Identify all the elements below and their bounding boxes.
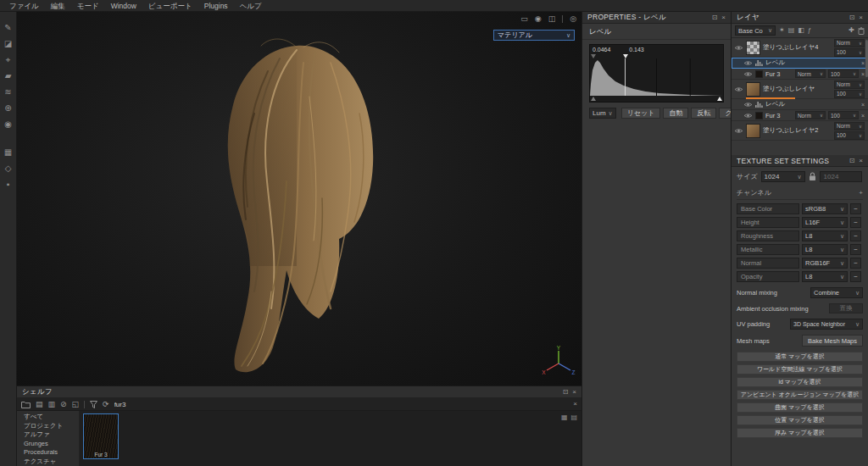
- channel-format-dropdown[interactable]: L8∨: [802, 244, 848, 255]
- visibility-eye-icon[interactable]: [743, 71, 753, 77]
- shelf-item-fur3[interactable]: Fur 3: [83, 413, 119, 459]
- fill-bucket-icon[interactable]: ◧: [798, 27, 804, 34]
- polygon-fill-tool-icon[interactable]: ▰: [5, 72, 12, 80]
- remove-channel-button[interactable]: −: [850, 244, 861, 255]
- environment-icon[interactable]: ◉: [535, 14, 542, 23]
- wand-icon[interactable]: ✶: [779, 27, 785, 34]
- layer-row[interactable]: 塗りつぶしレイヤ Norm∨ 100∨: [732, 80, 868, 99]
- blend-mode-dropdown[interactable]: Norm∨: [834, 122, 865, 130]
- lock-icon[interactable]: [809, 172, 816, 181]
- layer-name[interactable]: 塗りつぶしレイヤ2: [763, 126, 832, 135]
- add-folder-icon[interactable]: ✚: [849, 27, 854, 34]
- remove-effect-icon[interactable]: ×: [861, 102, 865, 108]
- opacity-dropdown[interactable]: 100∨: [834, 131, 865, 140]
- fur-thumbnail[interactable]: [755, 70, 763, 78]
- histogram-low-handle[interactable]: [591, 54, 596, 58]
- clone-tool-icon[interactable]: ⊕: [4, 104, 11, 113]
- import-resource-icon[interactable]: ◱: [72, 401, 80, 408]
- dock-icon[interactable]: ⊡: [563, 389, 569, 396]
- clear-search-icon[interactable]: ×: [573, 401, 577, 408]
- category-grunges[interactable]: Grunges: [17, 440, 79, 449]
- blend-mode-dropdown[interactable]: Norm∨: [834, 80, 865, 89]
- close-icon[interactable]: ×: [721, 14, 726, 21]
- category-textures[interactable]: テクスチャ: [17, 458, 79, 466]
- remove-channel-button[interactable]: −: [850, 217, 861, 228]
- menu-viewport[interactable]: ビューポート: [142, 0, 198, 12]
- blend-mode-dropdown[interactable]: Norm∨: [795, 111, 826, 119]
- size-dropdown[interactable]: 1024 ∨: [761, 171, 805, 182]
- dock-icon[interactable]: ⊡: [849, 158, 855, 164]
- layer-row-levels-effect[interactable]: レベル ×: [732, 99, 868, 110]
- invert-button[interactable]: 反転: [691, 108, 716, 119]
- layer-row[interactable]: 塗りつぶしレイヤ4 Norm∨ 100∨: [732, 38, 868, 58]
- layer-thumbnail[interactable]: [746, 124, 760, 138]
- normal-mixing-dropdown[interactable]: Combine∨: [810, 287, 863, 298]
- remove-layer-icon[interactable]: ×: [861, 113, 865, 119]
- grid-tool-icon[interactable]: ▦: [4, 148, 12, 157]
- select-thickness-map-button[interactable]: 厚み マップを選択: [737, 428, 863, 438]
- visibility-eye-icon[interactable]: [743, 113, 753, 119]
- close-icon[interactable]: ×: [859, 14, 863, 21]
- auto-button[interactable]: 自動: [663, 108, 688, 119]
- category-procedurals[interactable]: Procedurals: [17, 448, 79, 458]
- hide-resource-icon[interactable]: ⊘: [60, 401, 67, 408]
- category-alphas[interactable]: アルファ: [17, 430, 79, 440]
- channel-name-button[interactable]: Base Color: [737, 203, 799, 214]
- channel-name-button[interactable]: Metallic: [737, 244, 799, 255]
- channel-name-button[interactable]: Normal: [737, 258, 799, 269]
- channel-format-dropdown[interactable]: L16F∨: [802, 217, 848, 228]
- uv-padding-dropdown[interactable]: 3D Space Neighbor∨: [790, 319, 863, 330]
- channel-format-dropdown[interactable]: L8∨: [802, 230, 848, 241]
- menu-mode[interactable]: モード: [71, 0, 105, 12]
- layer-row-levels-effect[interactable]: レベル ×: [732, 58, 868, 69]
- histogram-mid-handle[interactable]: [623, 54, 628, 58]
- filter-funnel-icon[interactable]: [90, 401, 97, 408]
- select-position-map-button[interactable]: 位置 マップを選択: [737, 415, 863, 425]
- opacity-dropdown[interactable]: 100∨: [828, 111, 859, 119]
- eraser-tool-icon[interactable]: ◪: [4, 40, 12, 48]
- select-normal-map-button[interactable]: 通常 マップを選択: [737, 352, 863, 362]
- select-curvature-map-button[interactable]: 曲面 マップを選択: [737, 402, 863, 413]
- blend-mode-dropdown[interactable]: Norm∨: [834, 39, 865, 47]
- list-view-icon[interactable]: ▤: [570, 413, 577, 421]
- layer-name[interactable]: 塗りつぶしレイヤ4: [763, 43, 832, 52]
- visibility-eye-icon[interactable]: [743, 60, 753, 66]
- remove-channel-button[interactable]: −: [850, 203, 861, 214]
- channel-format-dropdown[interactable]: L8∨: [802, 271, 848, 282]
- levels-histogram[interactable]: 0.0464 0.143: [589, 44, 724, 103]
- trash-icon[interactable]: [858, 27, 865, 35]
- remove-layer-icon[interactable]: ×: [861, 71, 865, 77]
- effect-name[interactable]: レベル: [765, 100, 859, 108]
- opacity-dropdown[interactable]: 100∨: [834, 90, 865, 98]
- select-id-map-button[interactable]: id マップを選択: [737, 377, 863, 387]
- visibility-eye-icon[interactable]: [734, 86, 743, 92]
- brush-tool-icon[interactable]: ✎: [4, 24, 11, 32]
- opacity-dropdown[interactable]: 100∨: [834, 48, 865, 57]
- remove-effect-icon[interactable]: ×: [861, 60, 865, 66]
- layer-name[interactable]: 塗りつぶしレイヤ: [763, 85, 832, 93]
- refresh-icon[interactable]: ⟳: [103, 401, 109, 408]
- category-project[interactable]: プロジェクト: [17, 422, 79, 431]
- output-low-handle[interactable]: [591, 97, 596, 101]
- category-all[interactable]: すべて: [17, 413, 79, 422]
- dock-icon[interactable]: ⊡: [849, 14, 855, 21]
- shelf-search-input[interactable]: [114, 399, 569, 409]
- channel-format-dropdown[interactable]: sRGB8∨: [802, 203, 848, 214]
- shape-tool-icon[interactable]: ◇: [5, 164, 12, 173]
- menu-window[interactable]: Window: [105, 0, 142, 12]
- dock-icon[interactable]: ⊡: [712, 14, 718, 21]
- layer-thumbnail[interactable]: [746, 82, 760, 97]
- fur-name[interactable]: Fur 3: [765, 70, 793, 78]
- bake-mesh-maps-button[interactable]: Bake Mesh Maps: [802, 335, 863, 347]
- grid-view-icon[interactable]: ▦: [561, 413, 568, 421]
- fur-name[interactable]: Fur 3: [765, 112, 793, 119]
- viewport-shading-mode-dropdown[interactable]: マテリアル ∨: [493, 30, 575, 41]
- stack-icon[interactable]: ▤: [788, 27, 795, 34]
- layer-row[interactable]: 塗りつぶしレイヤ2 Norm∨ 100∨: [732, 121, 868, 141]
- layer-row-fur[interactable]: Fur 3 Norm∨ 100∨ ×: [732, 110, 868, 121]
- axis-gizmo[interactable]: Y X Z: [541, 345, 576, 379]
- layer-thumbnail[interactable]: [746, 41, 760, 55]
- camera-rotate-icon[interactable]: ◫: [548, 14, 556, 23]
- perspective-view-icon[interactable]: ▭: [520, 14, 528, 23]
- projection-tool-icon[interactable]: ⌖: [6, 56, 11, 64]
